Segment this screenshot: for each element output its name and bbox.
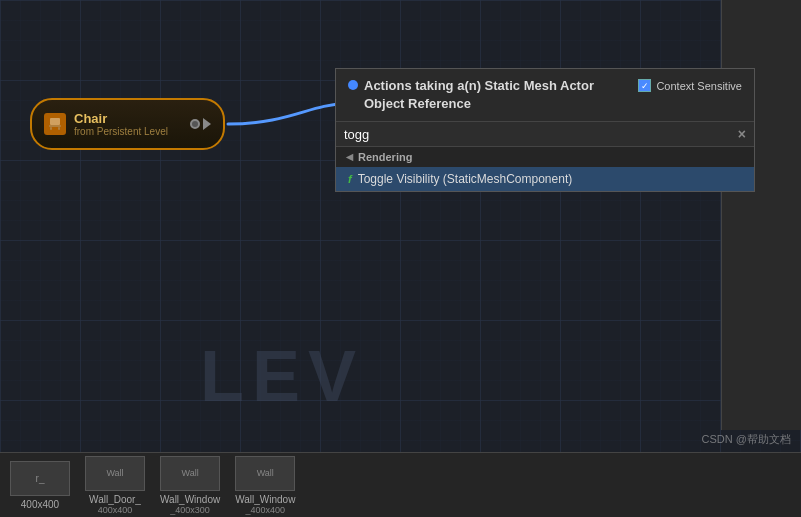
node-subtitle: from Persistent Level [74, 126, 168, 137]
popup-header: Actions taking a(n) Static Mesh Actor Ob… [336, 69, 754, 122]
bottom-item-thumbnail-0: r_ [10, 461, 70, 496]
section-label: Rendering [358, 151, 412, 163]
search-clear-button[interactable]: × [738, 126, 746, 142]
bottom-item-0[interactable]: r_ 400x400 [10, 461, 70, 510]
bottom-item-2[interactable]: Wall Wall_Window _400x300 [160, 456, 220, 515]
right-panel [721, 0, 801, 430]
popup-title-text: Actions taking a(n) Static Mesh Actor Ob… [364, 77, 594, 113]
csdn-watermark: CSDN @帮助文档 [702, 432, 791, 447]
pin-arrow [203, 118, 211, 130]
toggle-visibility-menu-item[interactable]: f Toggle Visibility (StaticMeshComponent… [336, 167, 754, 191]
bottom-item-sublabel-3: _400x400 [246, 505, 286, 515]
popup-title: Actions taking a(n) Static Mesh Actor Ob… [348, 77, 594, 113]
context-sensitive-label: Context Sensitive [656, 80, 742, 92]
menu-item-rest: le Visibility (StaticMeshComponent) [384, 172, 573, 186]
node-text-block: Chair from Persistent Level [74, 111, 168, 137]
bottom-item-label-2: Wall_Window [160, 494, 220, 505]
popup-title-dot [348, 80, 358, 90]
search-input[interactable] [344, 127, 732, 142]
node-icon [44, 113, 66, 135]
bottom-item-label-1: Wall_Door_ [89, 494, 141, 505]
function-icon: f [348, 173, 352, 185]
node-title: Chair [74, 111, 168, 126]
bottom-item-3[interactable]: Wall Wall_Window _400x400 [235, 456, 295, 515]
menu-item-highlight: Togg [358, 172, 384, 186]
svg-rect-3 [58, 127, 60, 130]
section-collapse-icon: ◀ [346, 152, 353, 162]
search-bar: × [336, 122, 754, 147]
context-sensitive-control[interactable]: ✓ Context Sensitive [638, 79, 742, 92]
svg-rect-1 [49, 125, 61, 127]
bottom-item-thumbnail-1: Wall [85, 456, 145, 491]
bottom-item-sublabel-1: 400x400 [98, 505, 133, 515]
bottom-item-thumbnail-3: Wall [235, 456, 295, 491]
pin-circle [190, 119, 200, 129]
bottom-item-thumbnail-2: Wall [160, 456, 220, 491]
bottom-item-label-3: Wall_Window [235, 494, 295, 505]
bottom-bar: r_ 400x400 Wall Wall_Door_ 400x400 Wall … [0, 452, 801, 517]
actions-popup: Actions taking a(n) Static Mesh Actor Ob… [335, 68, 755, 192]
node-pin [190, 118, 211, 130]
bottom-item-sublabel-2: _400x300 [170, 505, 210, 515]
menu-item-text: Toggle Visibility (StaticMeshComponent) [358, 172, 573, 186]
svg-rect-2 [50, 127, 52, 130]
chair-node[interactable]: Chair from Persistent Level [30, 98, 225, 150]
bottom-item-1[interactable]: Wall Wall_Door_ 400x400 [85, 456, 145, 515]
rendering-section-header: ◀ Rendering [336, 147, 754, 167]
svg-rect-0 [50, 118, 60, 125]
context-sensitive-checkbox[interactable]: ✓ [638, 79, 651, 92]
bottom-item-label-0: 400x400 [21, 499, 59, 510]
